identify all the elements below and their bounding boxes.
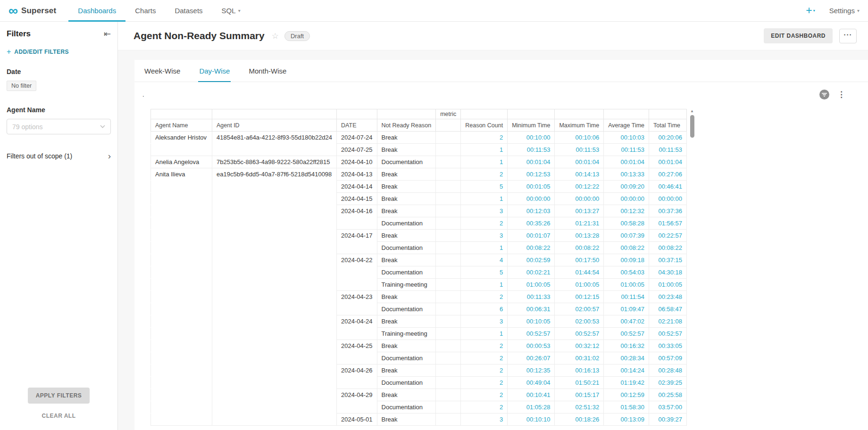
value-cell: 00:09:20: [604, 181, 649, 193]
superset-brand[interactable]: ∞ Superset: [8, 0, 56, 21]
group-cell: Break: [377, 205, 436, 217]
value-cell: 00:49:04: [508, 377, 555, 389]
collapse-sidebar-icon[interactable]: ⇤: [104, 30, 111, 38]
value-cell: 00:20:06: [649, 132, 687, 144]
table-scrollbar[interactable]: ▲: [689, 109, 695, 138]
group-cell: 2024-04-23: [337, 291, 377, 303]
group-cell: [151, 230, 212, 242]
group-cell: [337, 279, 377, 291]
settings-menu[interactable]: Settings ▾: [829, 7, 860, 15]
value-cell: 00:52:57: [508, 328, 555, 340]
value-cell: 00:33:05: [649, 340, 687, 352]
value-cell: 00:28:48: [649, 364, 687, 377]
value-cell: 00:35:26: [508, 217, 555, 230]
table-row: 2024-04-25Break200:00:5300:32:1200:16:32…: [151, 340, 687, 352]
group-cell: [212, 181, 337, 193]
group-cell: [151, 193, 212, 205]
group-cell: 2024-04-16: [337, 205, 377, 217]
sidebar-spacer: [7, 160, 111, 388]
value-cell: 01:00:05: [604, 279, 649, 291]
group-cell: 2024-04-22: [337, 254, 377, 266]
nav-item-label: Datasets: [175, 7, 202, 15]
nav-item-datasets[interactable]: Datasets: [165, 0, 212, 21]
value-cell: 00:12:35: [508, 364, 555, 377]
group-cell: [212, 279, 337, 291]
filters-title: Filters: [7, 29, 31, 39]
value-cell: 2: [461, 168, 508, 181]
value-cell: 2: [461, 291, 508, 303]
nav-item-sql[interactable]: SQL ▾: [212, 0, 250, 21]
column-header-maximum-time[interactable]: Maximum Time: [555, 119, 604, 132]
group-cell: 2024-04-17: [337, 230, 377, 242]
spacer-cell: [436, 168, 461, 181]
value-cell: 00:47:02: [604, 315, 649, 328]
metric-group-header: metric: [436, 109, 461, 119]
spacer-cell: [436, 242, 461, 254]
group-cell: Break: [377, 340, 436, 352]
favorite-star-icon[interactable]: ☆: [272, 31, 279, 41]
tab-month-wise[interactable]: Month-Wise: [248, 60, 287, 82]
value-cell: 00:16:32: [604, 340, 649, 352]
value-cell: 00:10:03: [604, 132, 649, 144]
agent-name-select[interactable]: 79 options: [7, 119, 111, 134]
spacer-cell: [436, 364, 461, 377]
header-cell-empty: [151, 109, 212, 119]
date-filter-value[interactable]: No filter: [7, 81, 36, 91]
apply-filters-button[interactable]: APPLY FILTERS: [28, 388, 90, 404]
column-header-minimum-time[interactable]: Minimum Time: [508, 119, 555, 132]
filters-out-of-scope[interactable]: Filters out of scope (1) ›: [7, 151, 111, 160]
group-cell: Training-meeting: [377, 328, 436, 340]
column-header-total-time[interactable]: Total Time: [649, 119, 687, 132]
value-cell: 01:05:28: [508, 401, 555, 413]
column-header-average-time[interactable]: Average Time: [604, 119, 649, 132]
nav-item-dashboards[interactable]: Dashboards: [68, 0, 125, 21]
group-cell: [212, 413, 337, 426]
more-options-button[interactable]: ···: [839, 29, 857, 43]
tab-day-wise[interactable]: Day-Wise: [198, 60, 231, 82]
group-cell: 2024-04-25: [337, 340, 377, 352]
value-cell: 00:37:36: [649, 205, 687, 217]
add-edit-filters-button[interactable]: + ADD/EDIT FILTERS: [7, 48, 111, 56]
scroll-up-icon[interactable]: ▲: [690, 109, 694, 114]
column-header-agent-name[interactable]: Agent Name: [151, 119, 212, 132]
scrollbar-thumb[interactable]: [690, 115, 694, 138]
group-cell: [151, 217, 212, 230]
new-item-button[interactable]: + ▾: [806, 5, 815, 16]
tab-week-wise[interactable]: Week-Wise: [143, 60, 181, 82]
table-row: Anita Ilievaea19c5b9-6dd5-40a7-87f6-5218…: [151, 168, 687, 181]
kebab-menu-icon[interactable]: ⋮: [837, 91, 845, 99]
group-cell: [212, 389, 337, 401]
value-cell: 1: [461, 144, 508, 156]
table-row: Documentation200:49:0401:50:2101:19:4202…: [151, 377, 687, 389]
applied-filters-icon[interactable]: [819, 90, 829, 99]
group-cell: [212, 291, 337, 303]
column-header-agent-id[interactable]: Agent ID: [212, 119, 337, 132]
group-cell: [151, 144, 212, 156]
table-row: 2024-04-24Break300:10:0502:00:5300:47:02…: [151, 315, 687, 328]
value-cell: 00:06:31: [508, 303, 555, 315]
group-cell: [212, 254, 337, 266]
filters-sidebar: Filters ⇤ + ADD/EDIT FILTERS Date No fil…: [0, 22, 118, 430]
agent-name-filter-label: Agent Name: [7, 106, 111, 114]
value-cell: 00:13:09: [604, 413, 649, 426]
column-header-reason-count[interactable]: Reason Count: [461, 119, 508, 132]
group-cell: 7b253b5c-8863-4a98-9222-580a22ff2815: [212, 156, 337, 168]
value-cell: 3: [461, 230, 508, 242]
value-cell: 00:37:15: [649, 254, 687, 266]
edit-dashboard-button[interactable]: EDIT DASHBOARD: [764, 28, 833, 43]
group-cell: ea19c5b9-6dd5-40a7-87f6-5218d5410098: [212, 168, 337, 181]
table-row: 2024-04-29Break200:10:4100:15:1700:12:59…: [151, 389, 687, 401]
value-cell: 04:30:18: [649, 266, 687, 279]
clear-all-button[interactable]: CLEAR ALL: [39, 412, 78, 420]
group-cell: [151, 205, 212, 217]
main-area: Agent Non-Ready Summary ☆ Draft EDIT DAS…: [118, 22, 868, 430]
column-header-date[interactable]: DATE: [337, 119, 377, 132]
value-cell: 5: [461, 181, 508, 193]
nav-item-charts[interactable]: Charts: [125, 0, 165, 21]
value-cell: 00:10:00: [508, 132, 555, 144]
value-cell: 00:09:18: [604, 254, 649, 266]
column-header-not-ready-reason[interactable]: Not Ready Reason: [377, 119, 436, 132]
value-cell: 02:21:08: [649, 315, 687, 328]
value-cell: 00:07:39: [604, 230, 649, 242]
table-row: 2024-04-17Break300:01:0700:13:2800:07:39…: [151, 230, 687, 242]
